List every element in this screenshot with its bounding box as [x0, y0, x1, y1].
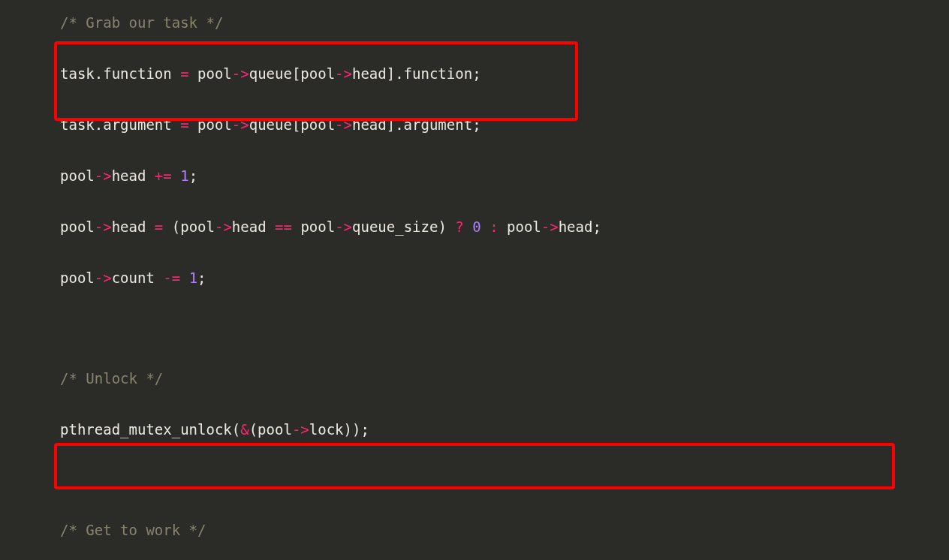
code-line: /* Get to work */: [15, 512, 949, 549]
code-line: pool->head += 1;: [15, 158, 949, 194]
code-line: task.function = pool->queue[pool->head].…: [15, 56, 949, 92]
code-line: /* Unlock */: [15, 360, 949, 397]
code-line: pool->head = (pool->head == pool->queue_…: [15, 209, 949, 245]
blank-line: [15, 311, 949, 346]
code-block: /* Grab our task */ task.function = pool…: [0, 0, 949, 560]
comment-grab-task: /* Grab our task */: [60, 16, 223, 30]
blank-line: [15, 462, 949, 498]
comment-get-to-work: /* Get to work */: [60, 523, 206, 537]
code-line: pthread_mutex_unlock(&(pool->lock));: [15, 411, 949, 448]
code-line: task.argument = pool->queue[pool->head].…: [15, 107, 949, 143]
code-line: /* Grab our task */: [15, 5, 949, 41]
code-line: pool->count -= 1;: [15, 260, 949, 297]
comment-unlock: /* Unlock */: [60, 372, 163, 386]
